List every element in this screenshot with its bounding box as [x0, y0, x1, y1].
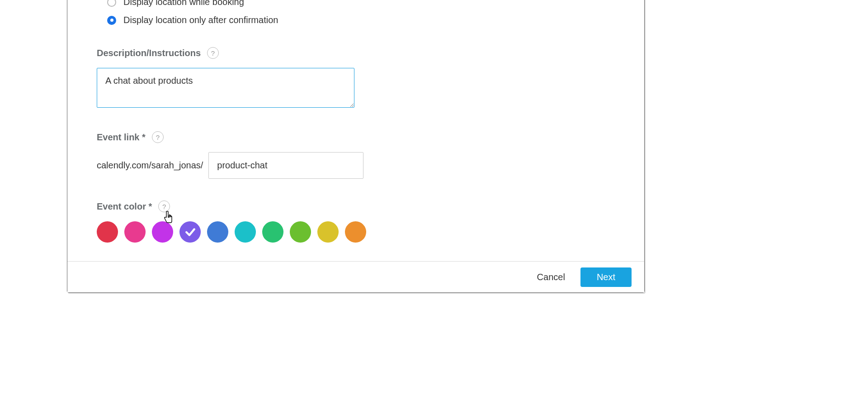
help-icon[interactable]: ? — [152, 131, 164, 143]
color-swatch-red[interactable] — [97, 221, 118, 243]
help-icon[interactable]: ? — [207, 47, 219, 59]
radio-label: Display location while booking — [123, 0, 244, 7]
color-swatch-blue[interactable] — [207, 221, 228, 243]
event-color-field: Event color * ? — [97, 200, 615, 243]
form-body: Display location while booking Display l… — [67, 0, 644, 243]
description-field: Description/Instructions ? — [97, 47, 615, 110]
event-color-label: Event color * — [97, 201, 152, 212]
field-label-row: Event link * ? — [97, 131, 615, 143]
radio-icon — [107, 0, 116, 7]
location-display-radio-group: Display location while booking Display l… — [97, 0, 615, 25]
radio-label: Display location only after confirmation — [123, 15, 278, 25]
next-button[interactable]: Next — [580, 267, 632, 287]
event-link-input[interactable] — [208, 152, 363, 179]
description-textarea[interactable] — [97, 68, 354, 108]
color-swatch-magenta[interactable] — [152, 221, 173, 243]
radio-icon-checked — [107, 16, 116, 25]
color-swatch-pink[interactable] — [124, 221, 146, 243]
color-swatch-teal[interactable] — [235, 221, 256, 243]
event-link-label: Event link * — [97, 132, 146, 143]
radio-option-while-booking[interactable]: Display location while booking — [97, 0, 615, 7]
event-settings-panel: Display location while booking Display l… — [67, 0, 645, 293]
description-label: Description/Instructions — [97, 48, 201, 58]
panel-footer: Cancel Next — [67, 261, 644, 292]
event-link-row: calendly.com/sarah_jonas/ — [97, 152, 615, 179]
radio-option-after-confirmation[interactable]: Display location only after confirmation — [97, 15, 615, 25]
field-label-row: Event color * ? — [97, 200, 615, 212]
color-swatch-yellow[interactable] — [317, 221, 339, 243]
help-icon[interactable]: ? — [158, 200, 170, 212]
check-icon — [184, 226, 196, 238]
color-swatch-green[interactable] — [262, 221, 283, 243]
event-link-prefix: calendly.com/sarah_jonas/ — [97, 160, 203, 171]
cancel-button[interactable]: Cancel — [534, 267, 568, 287]
color-swatch-lime[interactable] — [290, 221, 311, 243]
field-label-row: Description/Instructions ? — [97, 47, 615, 59]
event-link-field: Event link * ? calendly.com/sarah_jonas/ — [97, 131, 615, 179]
color-swatch-violet[interactable] — [179, 221, 201, 243]
color-swatch-orange[interactable] — [345, 221, 366, 243]
color-swatch-row — [97, 221, 615, 243]
